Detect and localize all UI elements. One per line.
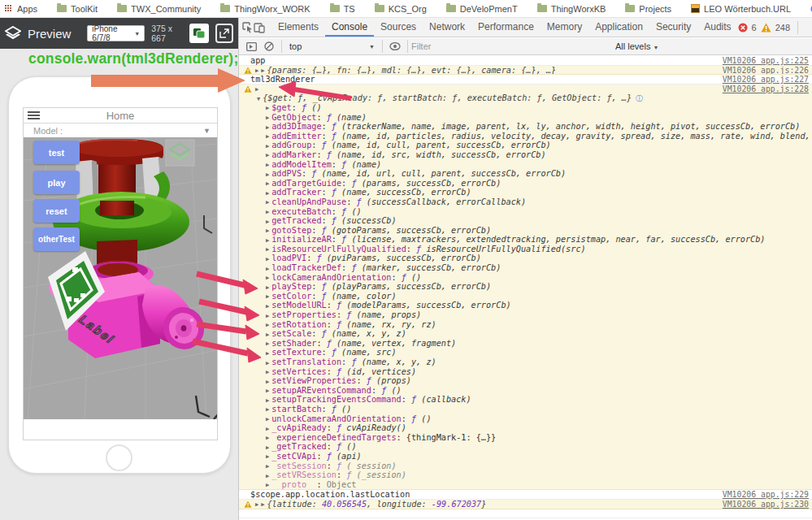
property-name[interactable]: setupTrackingEventsCommand (271, 395, 401, 404)
tree-collapsed-icon[interactable]: ▶ (266, 387, 269, 395)
property-name[interactable]: setupAREventsCommand (271, 386, 371, 395)
tree-collapsed-icon[interactable]: ▶ (266, 198, 269, 206)
property-name[interactable]: _setCVApi (271, 452, 316, 461)
tree-collapsed-icon[interactable]: ▶ (266, 284, 269, 292)
tree-collapsed-icon[interactable]: ▶ (266, 302, 269, 310)
property-name[interactable]: _setSession (271, 462, 326, 470)
tab-application[interactable]: Application (588, 18, 649, 37)
tree-collapsed-icon[interactable]: ▶ (266, 462, 269, 470)
property-name[interactable]: lockCameraAndOrientation (271, 273, 391, 282)
property-name[interactable]: loadTrackerDef (271, 263, 341, 272)
live-expression-eye-icon[interactable] (386, 38, 404, 54)
tree-collapsed-icon[interactable]: ▶ (266, 161, 269, 169)
tree-collapsed-icon[interactable]: ▶ (266, 104, 269, 112)
tree-collapsed-icon[interactable]: ▶ (266, 349, 269, 358)
property-name[interactable]: setVertices (271, 367, 326, 376)
tree-expanded-icon[interactable]: ▼ (257, 95, 260, 103)
property-name[interactable]: _setVRSession (271, 470, 337, 479)
console-sidebar-toggle-icon[interactable] (242, 38, 260, 54)
execution-context-select[interactable]: top ▼ (285, 41, 379, 51)
tab-sources[interactable]: Sources (374, 18, 423, 37)
tree-collapsed-icon[interactable]: ▶ (266, 378, 269, 386)
property-name[interactable]: setColor (271, 292, 311, 301)
info-icon[interactable]: ⓘ (636, 94, 643, 102)
property-name[interactable]: addMarker (271, 150, 316, 159)
source-link[interactable]: VM10206 app.js:225 (723, 56, 809, 65)
tree-collapsed-icon[interactable]: ▶ (255, 500, 258, 509)
bookmark-item[interactable]: ToolKit (57, 4, 98, 14)
app-button-otherTest[interactable]: otherTest (33, 228, 80, 251)
property-name[interactable]: setViewProperties (271, 376, 356, 385)
clear-console-icon[interactable] (260, 38, 278, 54)
tree-collapsed-icon[interactable]: ▶ (266, 321, 269, 329)
property-name[interactable]: addTargetGuide (271, 179, 341, 188)
tab-network[interactable]: Network (423, 18, 471, 37)
property-name[interactable]: setShader (271, 339, 316, 348)
inspect-element-button[interactable] (242, 20, 254, 36)
bookmark-item[interactable]: ThingWorxKB (537, 4, 606, 14)
tab-audits[interactable]: Audits (697, 18, 737, 37)
tree-collapsed-icon[interactable]: ▶ (266, 236, 269, 245)
tree-collapsed-icon[interactable]: ▶ (266, 142, 269, 150)
source-link[interactable]: VM10206 app.js:229 (723, 490, 809, 499)
tab-elements[interactable]: Elements (271, 18, 325, 37)
tree-collapsed-icon[interactable]: ▶ (255, 85, 258, 93)
property-name[interactable]: setProperties (271, 310, 337, 319)
tree-collapsed-icon[interactable]: ▶ (266, 218, 269, 226)
property-name[interactable]: cleanUpAndPause (271, 197, 346, 206)
source-link[interactable]: VM10206 app.js:227 (723, 75, 809, 84)
tree-collapsed-icon[interactable]: ▶ (266, 171, 269, 179)
property-name[interactable]: setModelURL (271, 301, 326, 310)
property-name[interactable]: __proto__ (271, 480, 316, 489)
tree-collapsed-icon[interactable]: ▶ (266, 481, 269, 489)
property-name[interactable]: setRotation (271, 320, 326, 329)
property-name[interactable]: $get (271, 103, 292, 112)
console-filter-input[interactable] (411, 41, 586, 51)
tree-collapsed-icon[interactable]: ▶ (266, 265, 269, 273)
app-button-test[interactable]: test (33, 141, 80, 164)
bookmark-item[interactable]: Apps (5, 4, 37, 14)
tree-collapsed-icon[interactable]: ▶ (266, 368, 269, 376)
tab-security[interactable]: Security (649, 18, 697, 37)
devtools-menu-icon[interactable]: ⋮ (805, 21, 812, 33)
tree-collapsed-icon[interactable]: ▶ (266, 151, 269, 159)
property-name[interactable]: setTranslation (271, 358, 341, 366)
tab-console[interactable]: Console (325, 18, 374, 37)
tree-collapsed-icon[interactable]: ▶ (261, 500, 264, 509)
tree-collapsed-icon[interactable]: ▶ (266, 405, 269, 414)
bookmark-item[interactable]: LEO Wörterbuch.URL (691, 4, 791, 14)
tree-collapsed-icon[interactable]: ▶ (266, 208, 269, 216)
tree-collapsed-icon[interactable]: ▶ (266, 124, 269, 132)
tree-collapsed-icon[interactable]: ▶ (266, 312, 269, 320)
property-name[interactable]: loadPVI (271, 254, 306, 262)
bookmark-item[interactable]: KCS_Org (375, 4, 427, 14)
model-dropdown[interactable]: Model : ▼ (24, 124, 217, 137)
tree-collapsed-icon[interactable]: ▶ (266, 444, 269, 452)
source-link[interactable]: VM10206 app.js:230 (723, 500, 809, 509)
tree-collapsed-icon[interactable]: ▶ (261, 67, 264, 75)
tree-collapsed-icon[interactable]: ▶ (266, 114, 269, 122)
bookmark-item[interactable]: DeVeloPmenT (446, 4, 518, 14)
property-name[interactable]: setScale (271, 329, 311, 338)
property-name[interactable]: _cvApiReady (271, 423, 326, 432)
app-button-reset[interactable]: reset (33, 199, 80, 223)
property-name[interactable]: executeBatch (271, 207, 332, 216)
tree-collapsed-icon[interactable]: ▶ (266, 189, 269, 197)
device-toolbar-toggle-button[interactable] (254, 20, 265, 36)
tree-collapsed-icon[interactable]: ▶ (266, 415, 269, 423)
tree-collapsed-icon[interactable]: ▶ (266, 359, 269, 367)
property-name[interactable]: addModelItem (271, 160, 332, 169)
tree-collapsed-icon[interactable]: ▶ (266, 396, 269, 405)
source-link[interactable]: VM10206 app.js:228 (723, 84, 809, 93)
property-name[interactable]: addEmitter (271, 132, 321, 141)
property-name[interactable]: unlockCameraAndOrientation (271, 414, 401, 423)
property-name[interactable]: addPVS (271, 169, 302, 178)
device-select[interactable]: iPhone 6/7/8 ▼ (87, 25, 145, 41)
bookmark-item[interactable]: Projects (625, 4, 671, 14)
tab-memory[interactable]: Memory (541, 18, 588, 37)
source-link[interactable]: VM10206 app.js:226 (723, 66, 809, 75)
property-name[interactable]: gotoStep (271, 226, 311, 235)
property-name[interactable]: addTracker (271, 188, 321, 197)
tree-collapsed-icon[interactable]: ▶ (266, 331, 269, 339)
tree-collapsed-icon[interactable]: ▶ (266, 453, 269, 461)
